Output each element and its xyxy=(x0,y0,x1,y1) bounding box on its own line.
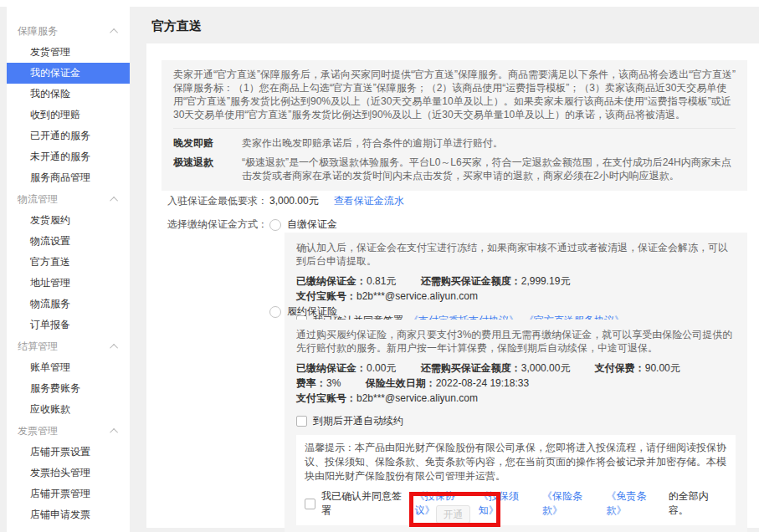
term-row-fast-refund: 极速退款 “极速退款”是一个极致退款体验服务。平台L0～L6买家，符合一定退款金… xyxy=(173,156,736,182)
sidebar-item-fuwufei-zhangwu[interactable]: 服务费账务 xyxy=(7,378,130,399)
insurance-radio-row: 履约保证险 xyxy=(269,304,337,319)
open-service-button[interactable]: 开通 xyxy=(436,505,470,524)
sidebar-item-fuwu-shangpin-guanli[interactable]: 服务商品管理 xyxy=(7,167,130,188)
sidebar-item-shoudao-lipei[interactable]: 收到的理赔 xyxy=(7,105,130,125)
insurance-terms-agree-row: 我已确认并同意签署 《投保协议》 《投保须知》 《保险条款》 《免责条款》 的全… xyxy=(305,489,727,518)
auto-renew-checkbox[interactable] xyxy=(296,416,307,427)
auto-renew-label: 到期后开通自动续约 xyxy=(313,414,403,427)
sidebar-item-dianpu-kaipiao-guanli[interactable]: 店铺开票管理 xyxy=(7,483,130,504)
divider xyxy=(173,128,736,129)
sidebar-item-yingshou-zhangkuan[interactable]: 应收账款 xyxy=(7,399,130,420)
term-row-late-ship: 晚发即赔 卖家作出晚发即赔承诺后，符合条件的逾期订单进行赔付。 xyxy=(173,136,736,150)
sidebar-group-jiesuan[interactable]: 结算管理 xyxy=(7,335,130,357)
sidebar-group-label: 保障服务 xyxy=(18,24,58,38)
sidebar-item-weikaitong-fuwu[interactable]: 未开通的服务 xyxy=(7,146,130,167)
self-deposit-note: 确认加入后，保证金会在支付宝进行冻结，如果商家审核不通过或者被清退，保证金会解冻… xyxy=(296,241,736,268)
insurance-tip-box: 温馨提示：本产品由阳光财产保险股份有限公司承保，您即将进入投保流程，请仔细阅读投… xyxy=(296,435,736,525)
sidebar-item-zhangdan-guanli[interactable]: 账单管理 xyxy=(7,357,130,378)
sidebar-group-label: 物流管理 xyxy=(18,192,58,207)
sidebar-item-dingdan-baobei[interactable]: 订单报备 xyxy=(7,315,130,335)
sidebar-group-baozhang[interactable]: 保障服务 xyxy=(7,20,130,42)
chevron-up-icon xyxy=(110,343,118,351)
terms-paragraph: 卖家开通“官方直送”保障服务后，承诺向买家同时提供“官方直送”保障服务。商品需要… xyxy=(173,68,736,121)
term-label: 极速退款 xyxy=(173,156,242,182)
sidebar-item-wuliu-shezhi[interactable]: 物流设置 xyxy=(7,231,130,252)
sidebar-item-wode-baoxian[interactable]: 我的保险 xyxy=(7,84,130,105)
sidebar-item-dianpu-shenqing-fapiao[interactable]: 店铺申请发票 xyxy=(7,504,130,525)
sidebar-group-fapiao[interactable]: 发票管理 xyxy=(7,420,130,442)
field-need-amount: 还需购买保证金额度：2,999.19元 xyxy=(421,274,571,289)
self-deposit-amounts: 已缴纳保证金：0.81元 还需购买保证金额度：2,999.19元 支付宝账号：b… xyxy=(296,274,736,304)
field-effective-date: 保险生效日期：2022-08-24 19:18:33 xyxy=(366,376,529,391)
sidebar-item-fahuo-guanli[interactable]: 发货管理 xyxy=(7,42,130,63)
sidebar-item-guanfang-zhisong[interactable]: 官方直送 xyxy=(7,252,130,273)
min-deposit-value: 3,000.00元 xyxy=(269,194,319,208)
chevron-up-icon xyxy=(110,28,118,36)
insurance-radio[interactable] xyxy=(269,306,281,318)
self-deposit-radio[interactable] xyxy=(269,219,281,231)
term-label: 晚发即赔 xyxy=(173,136,242,150)
sidebar: 保障服务 发货管理 我的保证金 我的保险 收到的理赔 已开通的服务 未开通的服务… xyxy=(7,7,130,532)
auto-renew-row: 到期后开通自动续约 xyxy=(296,414,736,427)
field-rate: 费率：3% xyxy=(296,376,341,391)
agree-prefix: 我已确认并同意签署 xyxy=(321,489,409,518)
term-desc: “极速退款”是一个极致退款体验服务。平台L0～L6买家，符合一定退款金额范围，在… xyxy=(242,156,736,182)
sidebar-item-fahuo-lvyue[interactable]: 发货履约 xyxy=(7,210,130,231)
main-card: 卖家开通“官方直送”保障服务后，承诺向买家同时提供“官方直送”保障服务。商品需要… xyxy=(146,43,759,528)
sidebar-group-wuliu[interactable]: 物流管理 xyxy=(7,188,130,210)
sidebar-group-label: 发票管理 xyxy=(18,424,58,438)
method-label: 选择缴纳保证金方式： xyxy=(167,217,269,232)
terms-panel: 卖家开通“官方直送”保障服务后，承诺向买家同时提供“官方直送”保障服务。商品需要… xyxy=(162,60,747,191)
self-deposit-radio-label: 自缴保证金 xyxy=(287,217,337,232)
field-need-amount: 还需购买保证金额度：3,000.00元 xyxy=(421,361,571,376)
insurance-tip-text: 温馨提示：本产品由阳光财产保险股份有限公司承保，您即将进入投保流程，请仔细阅读投… xyxy=(305,441,727,483)
insure-notice-link[interactable]: 《投保须知》 xyxy=(479,489,537,518)
insurance-note: 通过购买履约保证险，商家只要支付3%的费用且无需再缴纳保证金，就可以享受由保险公… xyxy=(296,328,736,355)
sidebar-item-yikaitong-fuwu[interactable]: 已开通的服务 xyxy=(7,125,130,146)
min-deposit-row: 入驻保证金最低要求： 3,000.00元 查看保证金流水 xyxy=(167,194,404,208)
top-strip xyxy=(0,0,759,7)
insurance-panel: 通过购买履约保证险，商家只要支付3%的费用且无需再缴纳保证金，就可以享受由保险公… xyxy=(285,320,747,532)
field-paid-deposit: 已缴纳保证金：0.00元 xyxy=(296,361,396,376)
term-desc: 卖家作出晚发即赔承诺后，符合条件的逾期订单进行赔付。 xyxy=(242,136,736,150)
field-premium: 支付保费：90.00元 xyxy=(595,361,680,376)
insurance-terms-checkbox[interactable] xyxy=(305,499,315,509)
insurance-radio-label: 履约保证险 xyxy=(287,304,337,319)
chevron-up-icon xyxy=(110,427,118,436)
sidebar-group-label: 结算管理 xyxy=(18,340,58,354)
chevron-up-icon xyxy=(110,196,118,204)
sidebar-item-fapiao-taitou-guanli[interactable]: 发票抬头管理 xyxy=(7,463,130,483)
view-deposit-flow-link[interactable]: 查看保证金流水 xyxy=(334,194,404,208)
field-paid-deposit: 已缴纳保证金：0.81元 xyxy=(296,274,396,289)
disclaimer-clauses-link[interactable]: 《免责条款》 xyxy=(606,489,664,518)
method-row: 选择缴纳保证金方式： 自缴保证金 xyxy=(167,217,337,232)
insurance-amounts: 已缴纳保证金：0.00元 还需购买保证金额度：3,000.00元 支付保费：90… xyxy=(296,361,736,406)
sidebar-item-dianpu-kaipiao-shezhi[interactable]: 店铺开票设置 xyxy=(7,442,130,463)
sidebar-item-wuliu-fuwu[interactable]: 物流服务 xyxy=(7,294,130,315)
agree-suffix: 的全部内容。 xyxy=(669,489,727,518)
sidebar-item-wode-baozhengjin[interactable]: 我的保证金 xyxy=(7,63,130,84)
min-deposit-label: 入驻保证金最低要求： xyxy=(167,194,269,208)
field-alipay-account: 支付宝账号：b2b***@service.aliyun.com xyxy=(296,289,478,304)
insure-clauses-link[interactable]: 《保险条款》 xyxy=(542,489,601,518)
sidebar-item-dizhi-guanli[interactable]: 地址管理 xyxy=(7,273,130,294)
page-title: 官方直送 xyxy=(151,18,202,34)
field-alipay-account: 支付宝账号：b2b***@service.aliyun.com xyxy=(296,391,478,406)
